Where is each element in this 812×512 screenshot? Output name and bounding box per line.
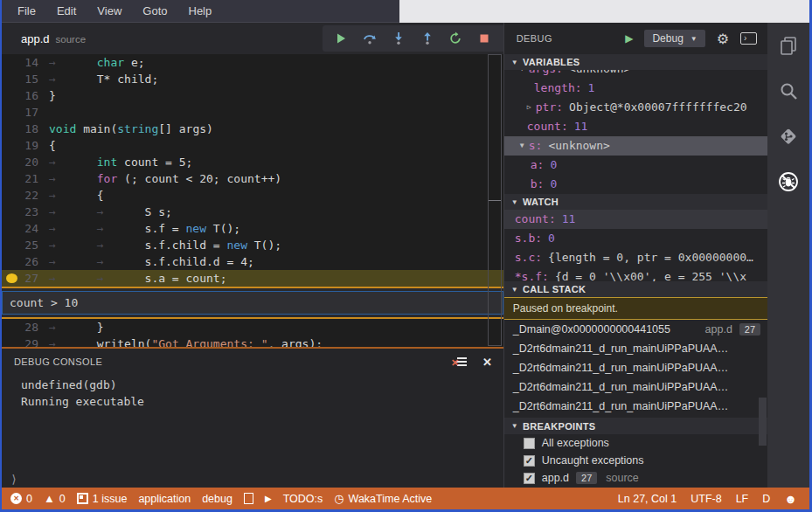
menu-item-view[interactable]: View <box>87 4 132 17</box>
clear-console-icon[interactable]: ✕ <box>453 356 467 368</box>
variable-row[interactable]: a:0 <box>504 156 767 175</box>
cursor-position[interactable]: Ln 27, Col 1 <box>618 493 677 505</box>
restart-icon <box>448 31 462 45</box>
error-count[interactable]: ✕0 <box>10 493 32 505</box>
tab-app-d[interactable]: app.d source <box>2 32 86 45</box>
step-into-button[interactable] <box>389 29 408 48</box>
clock-icon: ◷ <box>334 492 344 505</box>
code-line-27[interactable]: 27→→s.a = count; <box>2 270 503 287</box>
stop-button[interactable] <box>475 29 494 48</box>
code-line-19[interactable]: 19{ <box>2 137 503 154</box>
code-text: { <box>38 137 56 154</box>
menu-item-file[interactable]: File <box>7 4 46 17</box>
code-line-15[interactable]: 15→T* child; <box>2 71 503 87</box>
code-line-14[interactable]: 14→char e; <box>2 54 503 71</box>
language-item[interactable]: D <box>762 493 770 505</box>
code-line-24[interactable]: 24→→s.f = new T(); <box>2 220 503 237</box>
twisty-icon[interactable]: ▷ <box>527 98 536 117</box>
menu-item-goto[interactable]: Goto <box>132 4 177 17</box>
encoding-item[interactable]: UTF-8 <box>691 493 721 505</box>
editor-scrollbar[interactable] <box>488 54 502 346</box>
variable-row[interactable]: count:11 <box>504 210 767 229</box>
breakpoint-row[interactable]: ✓Uncaught exceptions <box>504 452 767 469</box>
code-line-21[interactable]: 21→for (; count < 20; count++) <box>2 170 503 187</box>
line-number: 18 <box>2 121 38 137</box>
breakpoint-condition-input[interactable]: count > 10 <box>2 291 503 315</box>
step-over-icon <box>362 31 378 45</box>
todo-item[interactable]: TODO:s <box>283 493 323 505</box>
debug-item[interactable]: debug <box>202 493 232 505</box>
code-line-18[interactable]: 18void main(string[] args) <box>2 121 503 137</box>
menu-item-edit[interactable]: Edit <box>46 4 87 17</box>
call-stack-frame[interactable]: _Dmain@0x0000000000441055app.d27 <box>504 320 767 339</box>
twisty-icon[interactable]: ▼ <box>520 70 529 79</box>
breakpoint-row[interactable]: ✓app.d27source <box>504 469 767 487</box>
code-text: →→S s; <box>38 204 172 220</box>
debug-console-title: DEBUG CONSOLE <box>14 356 102 367</box>
code-editor[interactable]: 14→char e;15→T* child;16}1718void main(s… <box>2 54 503 347</box>
breakpoint-row[interactable]: All exceptions <box>504 434 767 452</box>
activity-git-icon[interactable] <box>767 114 809 159</box>
wakatime-item[interactable]: ◷WakaTime Active <box>334 492 432 505</box>
tab-title: app.d <box>21 32 50 45</box>
call-stack-section-header[interactable]: ▼ CALL STACK <box>504 281 767 297</box>
close-icon[interactable]: ✕ <box>482 356 492 369</box>
call-stack-frame[interactable]: _D2rt6dmain211_d_run_mainUiPPaPUAA… <box>504 358 767 377</box>
variable-row[interactable]: s.b:0 <box>504 229 767 248</box>
code-line-29[interactable]: 29→writeln("Got Arguments: ", args); <box>2 336 503 347</box>
whitespace-arrow-icon: → <box>49 204 97 220</box>
call-stack-frame[interactable]: _D2rt6dmain211_d_run_mainUiPPaPUAA… <box>504 397 767 416</box>
breakpoints-section-header[interactable]: ▼ BREAKPOINTS <box>504 418 767 434</box>
sidebar-scrollbar[interactable] <box>759 398 767 446</box>
restart-button[interactable] <box>446 29 465 48</box>
activity-search-icon[interactable] <box>767 68 809 114</box>
eol-item[interactable]: LF <box>736 493 749 505</box>
twisty-icon[interactable]: ▼ <box>520 136 529 156</box>
variable-row[interactable]: ▷ptr:Object@*0x00007fffffffec20 <box>504 98 767 117</box>
checkbox[interactable]: ✓ <box>524 473 535 484</box>
code-line-25[interactable]: 25→→s.f.child = new T(); <box>2 237 503 253</box>
feedback-item[interactable]: ☻ <box>784 492 797 506</box>
step-out-button[interactable] <box>418 29 437 48</box>
code-line-23[interactable]: 23→→S s; <box>2 204 503 220</box>
checkbox[interactable]: ✓ <box>524 455 535 467</box>
open-console-icon[interactable]: › <box>740 32 757 45</box>
code-line-20[interactable]: 20→int count = 5; <box>2 154 503 170</box>
start-debug-icon[interactable]: ▶ <box>625 32 633 45</box>
run-file-item[interactable] <box>244 493 253 504</box>
call-stack-frame[interactable]: _D2rt6dmain211_d_run_mainUiPPaPUAA… <box>504 377 767 397</box>
code-line-17[interactable]: 17 <box>2 104 503 121</box>
activity-debug-icon[interactable] <box>767 159 809 204</box>
code-line-22[interactable]: 22→{ <box>2 187 503 204</box>
checkbox[interactable] <box>524 438 535 449</box>
continue-button[interactable] <box>331 29 350 48</box>
variable-row[interactable]: s.c:{length = 0, ptr = 0x00000000… <box>504 248 767 267</box>
code-line-26[interactable]: 26→→s.f.child.d = 4; <box>2 253 503 270</box>
line-number: 23 <box>2 204 38 220</box>
variable-row[interactable]: ▼args:<unknown> <box>504 70 767 79</box>
menu-item-help[interactable]: Help <box>178 4 223 17</box>
issues-item[interactable]: 1 issue <box>77 493 128 505</box>
call-stack-frame[interactable]: _D2rt6dmain211_d_run_mainUiPPaPUAA… <box>504 339 767 358</box>
activity-files-icon[interactable] <box>767 23 809 68</box>
variable-row[interactable]: *s.f:{d = 0 '\\x00', e = 255 '\\x <box>504 267 767 281</box>
gear-icon[interactable]: ⚙ <box>717 31 729 47</box>
step-into-icon <box>392 31 406 45</box>
debug-config-dropdown[interactable]: Debug ▼ <box>644 30 704 47</box>
code-text: →{ <box>38 187 104 204</box>
collapse-triangle-icon: ▼ <box>511 59 518 66</box>
variables-section-header[interactable]: ▼ VARIABLES <box>504 54 767 70</box>
variable-row[interactable]: b:0 <box>504 175 767 194</box>
watch-section-header[interactable]: ▼ WATCH <box>504 194 767 210</box>
warning-count[interactable]: ▲0 <box>44 493 66 505</box>
console-prompt[interactable]: ⟩ <box>2 473 17 486</box>
code-line-28[interactable]: 28→} <box>2 319 503 336</box>
breakpoint-icon[interactable] <box>6 273 17 283</box>
run-item[interactable]: ▶ <box>265 494 272 503</box>
application-item[interactable]: application <box>138 493 191 505</box>
variable-row[interactable]: ▼s:<unknown> <box>504 136 767 156</box>
variable-row[interactable]: count:11 <box>504 117 767 136</box>
variable-row[interactable]: length:1 <box>504 79 767 98</box>
step-over-button[interactable] <box>360 29 379 48</box>
code-line-16[interactable]: 16} <box>2 87 503 104</box>
